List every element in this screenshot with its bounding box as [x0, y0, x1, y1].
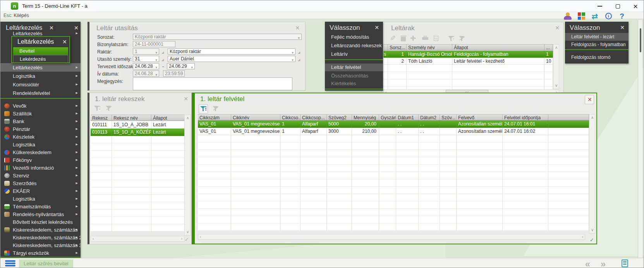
transfer-arrows-icon[interactable]: ⇄ — [591, 12, 599, 20]
bizonylatszam-input[interactable]: 24-11-000001 — [133, 41, 175, 47]
sidebar-item-kisker-szamlazas-20[interactable]: Kiskereskedelem, számlázás 20▶ — [0, 234, 81, 241]
document-icon[interactable] — [434, 35, 438, 41]
vertical-scrollbar[interactable]: ∧∨ — [553, 44, 559, 89]
apps-grid-icon[interactable] — [577, 12, 586, 20]
panel-close-icon[interactable]: ✕ — [295, 25, 300, 31]
nav-forward-icon[interactable]: » — [601, 259, 606, 268]
filter-clear-icon[interactable] — [213, 106, 218, 112]
menu-item-kiertekeles[interactable]: Kiértékelés — [325, 80, 383, 88]
sidebar-item-kulkereskedelem[interactable]: Külkereskedelem▶ — [0, 148, 81, 156]
sidebar-item-rendelesfelvetel[interactable]: Rendelésfelvétel▶ — [0, 89, 81, 97]
utasito-name-combo[interactable]: Auer Dániel▾ — [168, 56, 295, 62]
panel-close-icon[interactable]: ✕ — [555, 25, 560, 31]
info-icon[interactable]: i — [604, 12, 613, 20]
table-row[interactable]: 010111 1S_1O_A_JOBB Lezárt — [91, 121, 188, 129]
popup-item-bevitel[interactable]: Bevitel — [13, 47, 68, 55]
sidebar-item-vevok[interactable]: Vevők▶ — [0, 102, 81, 110]
horizontal-scrollbar[interactable]: ‹› — [198, 234, 585, 240]
hamburger-menu-icon[interactable] — [5, 260, 15, 266]
menu-item-leltar-felvetel[interactable]: Leltár felvétel — [325, 64, 383, 71]
sidebar-item-logisztika-3[interactable]: Logisztika▶ — [0, 195, 81, 203]
sidebar-item-kisker-szamlazas-30[interactable]: Kiskereskedelem, számlázás 30▶ — [0, 241, 81, 249]
menu-item-fejlec-modositas[interactable]: Fejléc módosítás — [325, 33, 383, 41]
popup-close-icon[interactable]: ✕ — [62, 39, 67, 45]
sidebar-item-szallitok[interactable]: Szállítók▶ — [0, 110, 81, 117]
panel-close-icon[interactable]: ✕ — [184, 96, 188, 102]
esc-key[interactable]: Esc: — [3, 13, 12, 18]
help-icon[interactable]: ? — [618, 12, 626, 20]
sidebar-item-logisztika-top[interactable]: Logisztika▶ — [0, 72, 81, 80]
idoszak-from-combo[interactable]: 24.06.28▾ — [133, 63, 159, 69]
table-row[interactable]: 010113 1S_1O_A_KÖZÉP Lezárt — [91, 129, 188, 136]
menu-item-feldolgozas-folyamatban[interactable]: Feldolgozás - folyamatban — [565, 41, 629, 48]
status-task-button[interactable]: Leltár szűrés bevitel — [19, 259, 73, 268]
filter-icon[interactable] — [200, 106, 206, 112]
minimize-button[interactable] — [591, 0, 609, 12]
menu-item-leltariv[interactable]: Leltárív — [325, 50, 383, 58]
sidebar-item-fokonyv[interactable]: Főkönyv▶ — [0, 156, 81, 164]
valasszon-close-icon[interactable]: ✕ — [620, 24, 625, 31]
sidebar-item-penztar[interactable]: Pénztár▶ — [0, 125, 81, 133]
sidebar-item-rendeles-nyilvantartas[interactable]: Rendelés-nyilvántartás▶ — [0, 210, 81, 218]
maximize-button[interactable] — [609, 0, 627, 12]
sidebar-item-targyi-eszkozok[interactable]: Tárgyi eszközök▶ — [0, 249, 81, 257]
sidebar-item-logisztika-2[interactable]: Logisztika▶ — [0, 141, 81, 148]
sidebar-item-temaelszamolas[interactable]: Témaelszámolás▶ — [0, 203, 81, 210]
sidebar-item-leltarkezeles[interactable]: Leltárkezelés▶ — [0, 63, 81, 72]
document-list-icon[interactable] — [622, 259, 628, 267]
vertical-scrollbar[interactable]: ∧∨ — [589, 114, 595, 234]
megjegyzes-textarea[interactable] — [133, 77, 292, 90]
menu-item-leltar-felvetel-lezart[interactable]: Leltár felvétel - lezárt — [565, 33, 629, 41]
menu-separator — [0, 257, 81, 258]
filter-clear-icon[interactable] — [459, 36, 465, 41]
sidebar-item-keszletek[interactable]: Készletek▶ — [0, 133, 81, 141]
print-icon[interactable] — [422, 36, 428, 41]
sidebar-item-bovitett-keszlet[interactable]: Bővített készlet lekérdezés — [0, 218, 81, 226]
table-row[interactable]: s 1 Hansági-Bozsó Orsolya Feldolgozás - … — [383, 51, 553, 58]
filter-icon[interactable] — [448, 36, 454, 41]
panel-close-button[interactable]: ✕ — [585, 95, 594, 104]
menu-item-feldolgozas-storno[interactable]: Feldolgozás stornó — [565, 53, 629, 61]
delete-trash-icon[interactable] — [401, 36, 406, 41]
window-vertical-scrollbar[interactable] — [638, 19, 643, 258]
sidebar-item-vezetoi-informacio[interactable]: Vezetői információ▶ — [0, 164, 81, 172]
table-row[interactable]: VAS_01 VAS_01 megnevezése 1 Alfaparf 300… — [198, 128, 589, 135]
confirm-check-icon[interactable]: ✓ — [590, 237, 594, 243]
iv-datum-combo[interactable]: 24.06.28▾ — [133, 70, 159, 77]
felvetel-table-header[interactable]: Cikkszám Cikknév Cikkcso... Cikkcsop... … — [198, 114, 589, 120]
sidebar-item-bank[interactable]: Bank▶ — [0, 117, 81, 125]
table-row[interactable]: 2 Tóth László Leltár felvétel - kezdhető… — [383, 58, 553, 65]
rekeszek-table-header[interactable]: Rekesz Rekesz név Állapot — [91, 115, 188, 121]
stock-icon — [4, 134, 10, 139]
popup-item-lekerdezes[interactable]: Lekérdezés — [13, 55, 68, 63]
nav-back-icon[interactable]: « — [585, 259, 590, 268]
sidebar-item-komissioter[interactable]: Komissiótér▶ — [0, 80, 81, 89]
menu-item-leltarozando-rekeszek[interactable]: Leltározandó rekeszek — [325, 42, 383, 50]
utasito-code-combo[interactable]: 31▾ — [133, 56, 159, 62]
valasszon-close-icon[interactable]: ✕ — [374, 24, 379, 31]
scrollbar-thumb[interactable] — [640, 28, 641, 52]
idoszak-to-combo[interactable]: 24.06.29▾ — [167, 63, 195, 69]
leltarak-table-header[interactable]: Sorsz... Személy név Állapot ... — [383, 44, 553, 50]
sorozat-combo[interactable]: Központi raktár▾ — [133, 34, 302, 40]
sidebar-item-szerzodes[interactable]: Szerződés▶ — [0, 179, 81, 187]
filter-icon[interactable] — [94, 105, 100, 111]
menu-item-osszehasonlitas[interactable]: Összehasonlítás — [325, 72, 383, 80]
sidebar-item-ekaer[interactable]: EKÁER▶ — [0, 187, 81, 195]
iv-ido-input[interactable]: 23:59:59 — [163, 70, 185, 77]
filter-clear-icon[interactable] — [106, 105, 112, 111]
add-plus-icon[interactable]: ✚ — [410, 35, 416, 42]
sidebar-item-kisker-szamlazas[interactable]: Kiskereskedelem, számlázás▶ — [0, 226, 81, 234]
close-button[interactable]: ✕ — [627, 0, 644, 12]
confirm-check-icon[interactable]: ✓ — [185, 237, 189, 242]
leltarak-panel: Leltárak ✕ ✎ ✚ Sorsz... Személy név Álla… — [382, 22, 564, 95]
edit-pencil-icon[interactable]: ✎ — [390, 35, 396, 42]
table-row[interactable]: VAS_01 VAS_01 megnevezése 1 Alfaparf 500… — [198, 120, 589, 128]
vertical-scrollbar[interactable]: ∧∨ — [184, 115, 191, 235]
user-icon[interactable] — [563, 12, 572, 20]
raktar-code-combo[interactable]: 1▾ — [133, 48, 159, 55]
horizontal-scrollbar[interactable]: ‹› — [91, 236, 184, 242]
sidebar-item-szerviz[interactable]: Szerviz▶ — [0, 172, 81, 179]
raktar-name-combo[interactable]: Központi raktár▾ — [168, 48, 295, 55]
esc-label: Kilépés — [14, 13, 29, 18]
